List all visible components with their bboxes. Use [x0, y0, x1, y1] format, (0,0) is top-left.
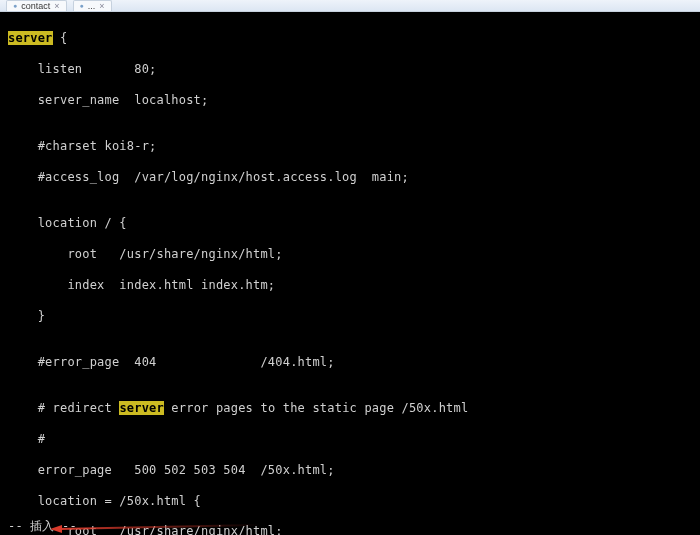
tab-1-label: contact	[21, 1, 50, 11]
tab-dot-icon: ●	[13, 1, 17, 11]
code-line: index index.html index.htm;	[8, 278, 700, 293]
code-line: error_page 500 502 503 504 /50x.html;	[8, 463, 700, 478]
code-line: root /usr/share/nginx/html;	[8, 524, 700, 535]
tab-2[interactable]: ● ... ×	[73, 0, 112, 11]
tab-2-label: ...	[88, 1, 96, 11]
tab-2-close-icon[interactable]: ×	[99, 1, 104, 11]
code-line: listen 80;	[8, 62, 700, 77]
code-line: root /usr/share/nginx/html;	[8, 247, 700, 262]
code-line: #error_page 404 /404.html;	[8, 355, 700, 370]
code-line: location = /50x.html {	[8, 494, 700, 509]
editor-window: ● contact × ● ... × server { listen 80; …	[0, 0, 700, 535]
code-line: }	[8, 309, 700, 324]
terminal[interactable]: server { listen 80; server_name localhos…	[0, 12, 700, 535]
code-line: location / {	[8, 216, 700, 231]
code-line: #	[8, 432, 700, 447]
vim-mode-status: -- 插入 --	[8, 519, 77, 534]
tab-dot-icon: ●	[80, 1, 84, 11]
highlight-server: server	[119, 401, 164, 415]
code-line: server_name localhost;	[8, 93, 700, 108]
code-line: #access_log /var/log/nginx/host.access.l…	[8, 170, 700, 185]
highlight-server: server	[8, 31, 53, 45]
code-line: #charset koi8-r;	[8, 139, 700, 154]
tab-1-close-icon[interactable]: ×	[54, 1, 59, 11]
code-line: server {	[8, 31, 700, 46]
titlebar: ● contact × ● ... ×	[0, 0, 700, 12]
tab-1[interactable]: ● contact ×	[6, 0, 67, 11]
vim-mode-text: -- 插入 --	[8, 519, 77, 534]
code-line: # redirect server error pages to the sta…	[8, 401, 700, 416]
